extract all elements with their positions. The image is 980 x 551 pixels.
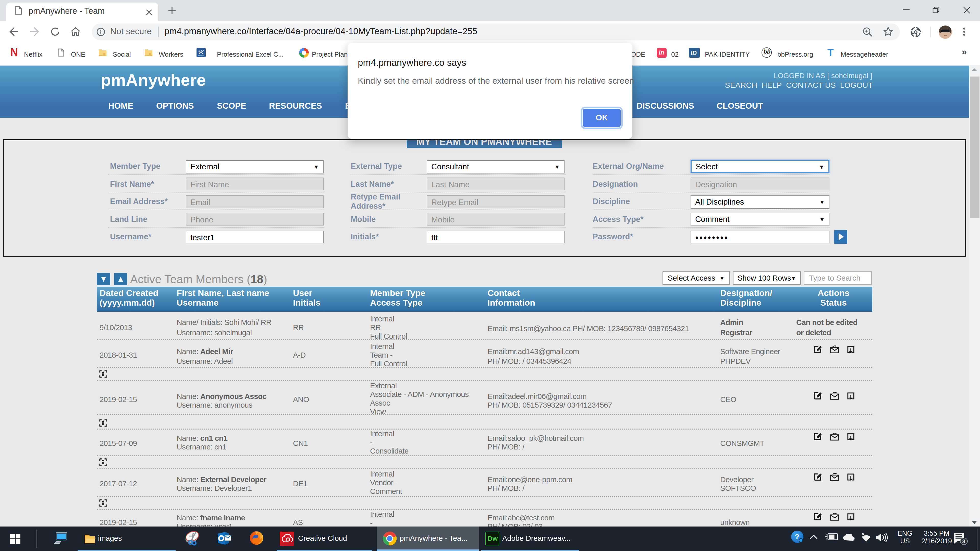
svg-text:uptrend: uptrend [198, 54, 204, 56]
